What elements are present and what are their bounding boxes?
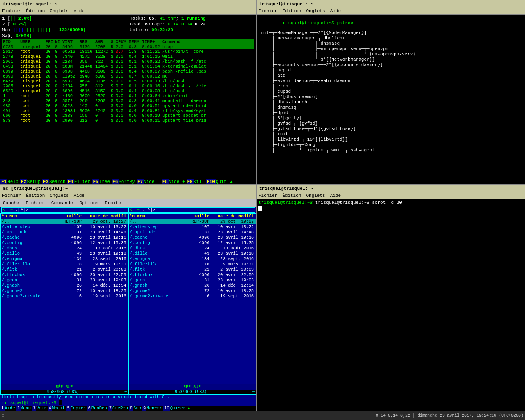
mc-file-row[interactable]: /.aptitude3123 avril 14:48 (129, 230, 256, 235)
mc-menu-edition[interactable]: Édition (26, 193, 45, 198)
col-shr[interactable]: SHR (94, 39, 110, 44)
mc-file-row[interactable]: /.cache409623 avril 19:16 (1, 235, 128, 240)
f4-key[interactable]: F4 (67, 179, 74, 184)
mc-f4[interactable]: 4 (48, 406, 52, 411)
col-pri[interactable]: PRI (45, 39, 54, 44)
process-row[interactable]: 6890trisquel2001195269486100S0.00.70:00.… (2, 74, 254, 79)
mc-f5[interactable]: 5 (66, 406, 70, 411)
scrot-menu-fichier[interactable]: Fichier (258, 193, 277, 198)
mc-file-row[interactable]: /.enigma13428 sept. 2016 (129, 256, 256, 262)
mc-file-row[interactable]: /.gconf3123 avril 19:03 (129, 278, 256, 283)
process-row[interactable]: 6520trisquel200689645163152S0.00.40:00.0… (2, 89, 254, 94)
process-row[interactable]: 2617root200605161801611272S0.71.80:11.21… (2, 49, 254, 54)
mc-menu-aide[interactable]: Aide (74, 193, 84, 198)
mc-file-row[interactable]: /.aptitude3123 avril 14:48 (1, 230, 128, 235)
mc-f2[interactable]: 2 (16, 406, 21, 411)
mc-file-row[interactable]: /.config409612 avril 15:35 (1, 240, 128, 246)
mc-fichier[interactable]: Fichier (26, 201, 45, 205)
f1-key[interactable]: F1 (0, 179, 7, 184)
mc-file-row[interactable]: /.dillo4323 avril 19:18 (129, 251, 256, 256)
mc-file-row[interactable]: /.dillo4323 avril 19:18 (1, 251, 128, 256)
mc-file-row[interactable]: /.gnome2-rivate619 sept. 2016 (129, 294, 256, 299)
mc-file-row[interactable]: /.fluxbox409620 avril 22:59 (129, 272, 256, 278)
scrot-menu-onglets[interactable]: Onglets (306, 193, 325, 198)
mc-outer-menubar[interactable]: Fichier Édition Onglets Aide (0, 192, 256, 199)
col-user[interactable]: USER (19, 39, 45, 44)
htop-menu-edition[interactable]: Édition (26, 9, 45, 14)
taskbar-icon[interactable]: □ (2, 413, 4, 418)
col-cmd[interactable]: Command (162, 39, 254, 44)
mc-file-row[interactable]: /.afterstep10710 avril 13:22 (129, 224, 256, 230)
process-row[interactable]: 2961trisquel2002284956812S0.00.10:00.32/… (2, 59, 254, 64)
mc-f1[interactable]: 1 (0, 406, 5, 411)
pstree-menubar[interactable]: Fichier Édition Onglets Aide (257, 8, 525, 15)
pstree-menu-edition[interactable]: Édition (282, 9, 301, 14)
f10-key[interactable]: F10 (206, 179, 216, 184)
col-pid[interactable]: PID (2, 39, 19, 44)
mc-f10[interactable]: 10 (163, 406, 170, 411)
mc-file-row[interactable]: /.dbus2413 août 2016 (129, 246, 256, 251)
col-mem[interactable]: MEM% (128, 39, 141, 44)
f6-key[interactable]: F6 (112, 179, 119, 184)
mc-file-row[interactable]: /.gnash2614 déc. 12:34 (129, 283, 256, 288)
mc-file-row[interactable]: /.gnome27210 avril 18:25 (129, 288, 256, 294)
mc-file-row[interactable]: /.afterstep10710 avril 13:22 (1, 224, 128, 230)
process-row[interactable]: 343root200557226642260S0.00.30:00.41moun… (2, 98, 254, 103)
mc-inner-menubar[interactable]: Gauche Fichier Commande Options Droite (0, 199, 256, 207)
process-row[interactable]: 485root20030281400S0.00.00:00.51upstart-… (2, 103, 254, 108)
process-row[interactable]: 491root2001308436002740S0.00.40:00.81/li… (2, 108, 254, 113)
mc-file-row[interactable]: /.gnash2614 déc. 12:34 (1, 283, 128, 288)
mc-file-row[interactable]: /.fluxbox409620 avril 22:59 (1, 272, 128, 278)
mc-file-row[interactable]: /.fltk212 avril 20:03 (129, 267, 256, 272)
f3-key[interactable]: F3 (42, 179, 49, 184)
process-row[interactable]: 6479trisquel200693246243136S0.00.50:00.1… (2, 79, 254, 84)
mc-f6[interactable]: 6 (87, 406, 91, 411)
pstree-menu-onglets[interactable]: Onglets (306, 9, 325, 14)
mc-gauche[interactable]: Gauche (3, 201, 19, 205)
process-row[interactable]: 878root20029002120S0.00.00:00.11upstart-… (2, 118, 254, 123)
mc-file-row[interactable]: /.filezilla789 mars 10:31 (129, 262, 256, 267)
mc-options[interactable]: Options (80, 201, 98, 205)
scrot-menubar[interactable]: Fichier Édition Onglets Aide (257, 192, 525, 199)
pstree-menu-aide[interactable]: Aide (330, 9, 341, 14)
mc-commande[interactable]: Commande (51, 201, 73, 205)
f7-key[interactable]: F7 (137, 179, 144, 184)
col-time[interactable]: TIME+ (141, 39, 162, 44)
col-s[interactable]: S (110, 39, 115, 44)
f2-key[interactable]: F2 (20, 179, 27, 184)
f8-key[interactable]: F8 (162, 179, 169, 184)
mc-file-row[interactable]: /.enigma13428 sept. 2016 (1, 256, 128, 262)
mc-menu-fichier[interactable]: Fichier (2, 193, 21, 198)
process-row[interactable]: 6453trisquel200103M2144818404S0.02.10:01… (2, 64, 254, 69)
mc-file-row[interactable]: /.gconf3123 avril 19:03 (1, 278, 128, 283)
mc-file-row[interactable]: /..RÉP-SUP29 oct. 19:27 (129, 219, 256, 224)
pstree-menu-fichier[interactable]: Fichier (258, 9, 277, 14)
mc-menu-onglets[interactable]: Onglets (50, 193, 68, 198)
htop-menubar[interactable]: Fichier Édition Onglets Aide (0, 8, 256, 15)
col-cpu[interactable]: CPU% (115, 39, 128, 44)
process-row[interactable]: 6899trisquel200690844683100S0.00.40:00.0… (2, 69, 254, 74)
process-row[interactable]: 2778trisquel200734042723528S0.00.41:01.1… (2, 54, 254, 59)
mc-file-row[interactable]: /.dbus2413 août 2016 (1, 246, 128, 251)
mc-f8[interactable]: 8 (129, 406, 133, 411)
scrot-menu-edition[interactable]: Édition (282, 193, 301, 198)
col-ni[interactable]: NI (54, 39, 62, 44)
mc-f9[interactable]: 9 (142, 406, 146, 411)
mc-f3[interactable]: 3 (32, 406, 36, 411)
mc-file-row[interactable]: /.filezilla789 mars 10:31 (1, 262, 128, 267)
mc-file-row[interactable]: /.cache409623 avril 19:16 (129, 235, 256, 240)
mc-droite[interactable]: Droite (105, 201, 121, 205)
mc-file-row[interactable]: /.gnome27210 avril 18:25 (1, 288, 128, 294)
htop-menu-fichier[interactable]: Fichier (2, 9, 21, 14)
f9-key[interactable]: F9 (187, 179, 194, 184)
col-res[interactable]: RES (79, 39, 94, 44)
mc-file-row[interactable]: /..RÉP-SUP29 oct. 19:27 (1, 219, 128, 224)
process-row[interactable]: 1root200446036002520S0.00.40:03.64/sbin/… (2, 94, 254, 98)
process-row[interactable]: 6730trisquel200549631362708R2.00.30:00.9… (2, 44, 254, 49)
htop-menu-onglets[interactable]: Onglets (50, 9, 68, 14)
mc-file-row[interactable]: /.config409612 avril 15:35 (129, 240, 256, 246)
scrot-menu-aide[interactable]: Aide (330, 193, 341, 198)
process-row[interactable]: 660root20028881560S0.00.00:00.19upstart-… (2, 113, 254, 118)
htop-menu-aide[interactable]: Aide (74, 9, 84, 14)
mc-file-row[interactable]: /.fltk212 avril 20:03 (1, 267, 128, 272)
